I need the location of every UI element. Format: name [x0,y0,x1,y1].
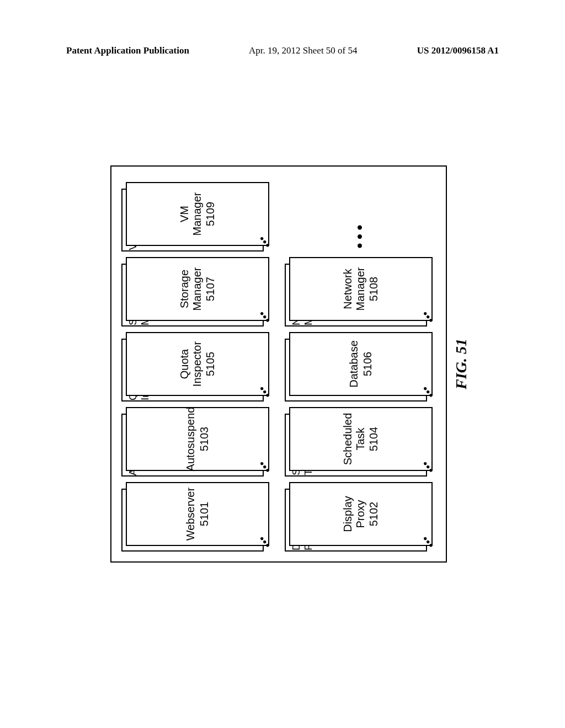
box-webserver: Webserver Webserver 5101 ••• [121,482,271,552]
box-ref: 5109 [204,202,217,227]
box-ref: 5107 [204,277,217,302]
box-vm-manager-front: VM Manager 5109 [126,182,269,246]
box-database: Database Database 5106 ••• [285,332,435,402]
box-display-proxy-front: Display Proxy 5102 [289,482,433,546]
box-ref: 5104 [367,427,380,452]
box-storage-manager-front: Storage Manager 5107 [126,257,269,321]
box-network-manager-front: Network Manager 5108 [289,257,433,321]
rotated-figure: Webserver Webserver 5101 ••• Autosuspend… [110,165,447,563]
box-ref: 5101 [198,502,211,527]
header-right: US 2012/0096158 A1 [417,45,499,56]
figure-caption: FIG. 51 [452,339,470,389]
box-label: Network Manager [342,258,366,320]
ellipsis-icon: ••• [285,218,435,251]
header-left: Patent Application Publication [66,45,189,56]
box-storage-manager: Storage Manager Storage Manager 5107 ••• [121,257,271,326]
box-ref: 5105 [204,352,217,377]
box-label: Storage Manager [178,258,203,320]
box-label: Scheduled Task [342,408,366,470]
box-scheduled-task: Scheduled Task Scheduled Task 5104 ••• [285,407,435,477]
box-scheduled-task-front: Scheduled Task 5104 [289,407,433,471]
box-label: Quota Inspector [178,333,203,395]
box-label: VM Manager [178,183,203,245]
diagram-row-2: Display Proxy Display Proxy 5102 ••• Sch… [285,176,435,552]
box-ref: 5103 [198,427,211,452]
box-ref: 5108 [367,277,380,302]
box-quota-inspector-front: Quota Inspector 5105 [126,332,269,396]
figure-sheet: Webserver Webserver 5101 ••• Autosuspend… [110,165,447,563]
box-label: Autosuspend [184,407,196,472]
box-quota-inspector: Quota Inspector Quota Inspector 5105 ••• [121,332,271,402]
box-vm-manager: VM Manager VM Manager 5109 ••• [121,182,271,251]
box-label: Webserver [184,488,196,540]
box-label: Database [348,340,360,388]
box-ref: 5102 [367,502,380,527]
box-database-front: Database 5106 [289,332,433,396]
box-webserver-front: Webserver 5101 [126,482,269,546]
box-autosuspend-front: Autosuspend 5103 [126,407,269,471]
diagram-row-1: Webserver Webserver 5101 ••• Autosuspend… [121,176,271,552]
box-network-manager: Network Manager Network Manager 5108 ••• [285,257,435,326]
header-center: Apr. 19, 2012 Sheet 50 of 54 [249,45,357,56]
box-autosuspend: Autosuspend Autosuspend 5103 ••• [121,407,271,477]
diagram-grid: Webserver Webserver 5101 ••• Autosuspend… [121,176,435,552]
box-label: Display Proxy [342,483,366,545]
box-ref: 5106 [361,352,374,377]
page-header: Patent Application Publication Apr. 19, … [0,45,565,56]
box-display-proxy: Display Proxy Display Proxy 5102 ••• [285,482,435,552]
